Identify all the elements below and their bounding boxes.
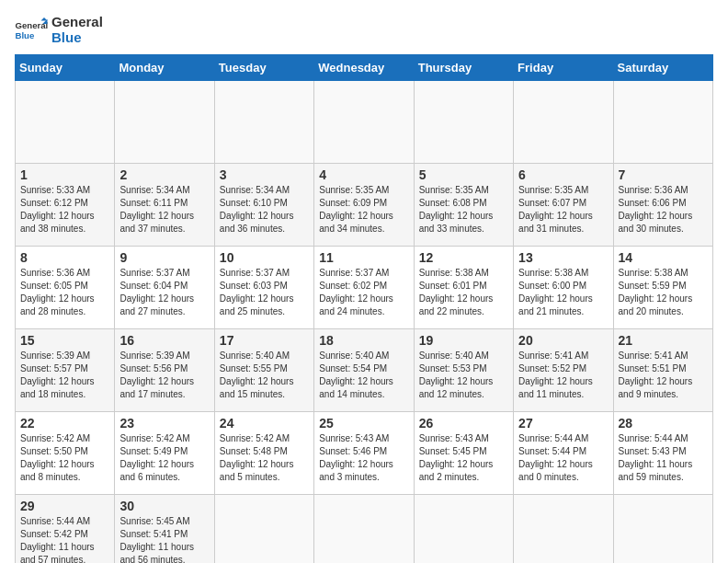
calendar-day-cell: 3 Sunrise: 5:34 AM Sunset: 6:10 PM Dayli… — [214, 164, 313, 247]
day-number: 15 — [20, 333, 109, 348]
calendar-day-cell: 18 Sunrise: 5:40 AM Sunset: 5:54 PM Dayl… — [314, 329, 414, 412]
weekday-header: Friday — [514, 55, 613, 81]
day-number: 17 — [220, 333, 309, 348]
day-info: Sunrise: 5:35 AM Sunset: 6:07 PM Dayligh… — [518, 184, 608, 236]
calendar-day-cell: 14 Sunrise: 5:38 AM Sunset: 5:59 PM Dayl… — [613, 247, 712, 329]
logo-icon: General Blue — [15, 17, 48, 43]
calendar-day-cell: 21 Sunrise: 5:41 AM Sunset: 5:51 PM Dayl… — [613, 329, 712, 412]
day-info: Sunrise: 5:39 AM Sunset: 5:56 PM Dayligh… — [119, 350, 209, 401]
day-info: Sunrise: 5:38 AM Sunset: 5:59 PM Dayligh… — [619, 267, 708, 318]
day-info: Sunrise: 5:34 AM Sunset: 6:11 PM Dayligh… — [119, 184, 209, 236]
day-info: Sunrise: 5:34 AM Sunset: 6:10 PM Dayligh… — [220, 184, 309, 236]
calendar-day-cell: 8 Sunrise: 5:36 AM Sunset: 6:05 PM Dayli… — [16, 247, 115, 329]
calendar-day-cell: 15 Sunrise: 5:39 AM Sunset: 5:57 PM Dayl… — [16, 329, 115, 412]
calendar-day-cell: 4 Sunrise: 5:35 AM Sunset: 6:09 PM Dayli… — [314, 164, 414, 247]
day-number: 1 — [20, 167, 109, 182]
day-info: Sunrise: 5:35 AM Sunset: 6:09 PM Dayligh… — [319, 184, 408, 236]
calendar-day-cell — [314, 81, 414, 164]
calendar-day-cell: 13 Sunrise: 5:38 AM Sunset: 6:00 PM Dayl… — [514, 247, 613, 329]
day-info: Sunrise: 5:42 AM Sunset: 5:50 PM Dayligh… — [20, 432, 109, 484]
calendar-day-cell: 16 Sunrise: 5:39 AM Sunset: 5:56 PM Dayl… — [115, 329, 214, 412]
day-number: 8 — [20, 250, 109, 265]
day-info: Sunrise: 5:37 AM Sunset: 6:04 PM Dayligh… — [119, 267, 209, 318]
day-number: 14 — [619, 250, 708, 265]
calendar-day-cell: 12 Sunrise: 5:38 AM Sunset: 6:01 PM Dayl… — [414, 247, 513, 329]
day-info: Sunrise: 5:37 AM Sunset: 6:02 PM Dayligh… — [319, 267, 408, 318]
day-number: 23 — [119, 416, 209, 431]
day-number: 4 — [319, 167, 408, 182]
day-info: Sunrise: 5:42 AM Sunset: 5:49 PM Dayligh… — [119, 432, 209, 484]
weekday-header: Saturday — [613, 55, 712, 81]
calendar-day-cell: 20 Sunrise: 5:41 AM Sunset: 5:52 PM Dayl… — [514, 329, 613, 412]
day-info: Sunrise: 5:42 AM Sunset: 5:48 PM Dayligh… — [220, 432, 309, 484]
day-info: Sunrise: 5:35 AM Sunset: 6:08 PM Dayligh… — [419, 184, 508, 236]
day-number: 25 — [319, 416, 408, 431]
calendar-week-row — [16, 81, 713, 164]
day-number: 29 — [20, 499, 109, 513]
day-number: 22 — [20, 416, 109, 431]
calendar-day-cell: 29 Sunrise: 5:44 AM Sunset: 5:42 PM Dayl… — [16, 495, 115, 564]
calendar-day-cell — [613, 495, 712, 564]
calendar-week-row: 29 Sunrise: 5:44 AM Sunset: 5:42 PM Dayl… — [16, 495, 713, 564]
day-number: 7 — [619, 167, 708, 182]
day-info: Sunrise: 5:41 AM Sunset: 5:51 PM Dayligh… — [619, 350, 708, 401]
calendar-week-row: 1 Sunrise: 5:33 AM Sunset: 6:12 PM Dayli… — [16, 164, 713, 247]
weekday-header: Sunday — [16, 55, 115, 81]
page-header: General Blue General Blue — [15, 15, 713, 45]
day-number: 16 — [119, 333, 209, 348]
calendar-day-cell — [115, 81, 214, 164]
day-number: 28 — [619, 416, 708, 431]
calendar-day-cell — [214, 81, 313, 164]
day-number: 13 — [518, 250, 608, 265]
calendar-week-row: 15 Sunrise: 5:39 AM Sunset: 5:57 PM Dayl… — [16, 329, 713, 412]
day-number: 20 — [518, 333, 608, 348]
day-number: 27 — [518, 416, 608, 431]
day-info: Sunrise: 5:40 AM Sunset: 5:53 PM Dayligh… — [419, 350, 508, 401]
day-number: 2 — [119, 167, 209, 182]
calendar-day-cell: 27 Sunrise: 5:44 AM Sunset: 5:44 PM Dayl… — [514, 412, 613, 495]
calendar-week-row: 8 Sunrise: 5:36 AM Sunset: 6:05 PM Dayli… — [16, 247, 713, 329]
weekday-header: Wednesday — [314, 55, 414, 81]
day-number: 6 — [518, 167, 608, 182]
day-number: 30 — [119, 499, 209, 513]
calendar-day-cell — [414, 81, 513, 164]
calendar-day-cell: 2 Sunrise: 5:34 AM Sunset: 6:11 PM Dayli… — [115, 164, 214, 247]
calendar-day-cell: 22 Sunrise: 5:42 AM Sunset: 5:50 PM Dayl… — [16, 412, 115, 495]
weekday-header: Tuesday — [214, 55, 313, 81]
calendar-day-cell — [514, 81, 613, 164]
day-number: 5 — [419, 167, 508, 182]
calendar-day-cell: 17 Sunrise: 5:40 AM Sunset: 5:55 PM Dayl… — [214, 329, 313, 412]
day-number: 18 — [319, 333, 408, 348]
day-number: 26 — [419, 416, 508, 431]
day-info: Sunrise: 5:36 AM Sunset: 6:06 PM Dayligh… — [619, 184, 708, 236]
day-number: 21 — [619, 333, 708, 348]
day-info: Sunrise: 5:39 AM Sunset: 5:57 PM Dayligh… — [20, 350, 109, 401]
day-number: 9 — [119, 250, 209, 265]
calendar-day-cell: 28 Sunrise: 5:44 AM Sunset: 5:43 PM Dayl… — [613, 412, 712, 495]
day-info: Sunrise: 5:43 AM Sunset: 5:46 PM Dayligh… — [319, 432, 408, 484]
calendar-day-cell — [16, 81, 115, 164]
header-row: SundayMondayTuesdayWednesdayThursdayFrid… — [16, 55, 713, 81]
calendar-day-cell: 10 Sunrise: 5:37 AM Sunset: 6:03 PM Dayl… — [214, 247, 313, 329]
calendar-day-cell — [414, 495, 513, 564]
calendar-day-cell — [314, 495, 414, 564]
day-info: Sunrise: 5:40 AM Sunset: 5:54 PM Dayligh… — [319, 350, 408, 401]
calendar-day-cell: 26 Sunrise: 5:43 AM Sunset: 5:45 PM Dayl… — [414, 412, 513, 495]
day-info: Sunrise: 5:33 AM Sunset: 6:12 PM Dayligh… — [20, 184, 109, 236]
calendar-day-cell: 1 Sunrise: 5:33 AM Sunset: 6:12 PM Dayli… — [16, 164, 115, 247]
day-info: Sunrise: 5:43 AM Sunset: 5:45 PM Dayligh… — [419, 432, 508, 484]
day-info: Sunrise: 5:44 AM Sunset: 5:44 PM Dayligh… — [518, 432, 608, 484]
day-info: Sunrise: 5:36 AM Sunset: 6:05 PM Dayligh… — [20, 267, 109, 318]
calendar-day-cell: 25 Sunrise: 5:43 AM Sunset: 5:46 PM Dayl… — [314, 412, 414, 495]
day-number: 12 — [419, 250, 508, 265]
svg-text:Blue: Blue — [16, 29, 35, 40]
calendar-day-cell: 5 Sunrise: 5:35 AM Sunset: 6:08 PM Dayli… — [414, 164, 513, 247]
day-info: Sunrise: 5:40 AM Sunset: 5:55 PM Dayligh… — [220, 350, 309, 401]
calendar-day-cell: 6 Sunrise: 5:35 AM Sunset: 6:07 PM Dayli… — [514, 164, 613, 247]
weekday-header: Thursday — [414, 55, 513, 81]
calendar-day-cell: 7 Sunrise: 5:36 AM Sunset: 6:06 PM Dayli… — [613, 164, 712, 247]
calendar-day-cell: 23 Sunrise: 5:42 AM Sunset: 5:49 PM Dayl… — [115, 412, 214, 495]
calendar-table: SundayMondayTuesdayWednesdayThursdayFrid… — [15, 54, 713, 563]
calendar-week-row: 22 Sunrise: 5:42 AM Sunset: 5:50 PM Dayl… — [16, 412, 713, 495]
weekday-header: Monday — [115, 55, 214, 81]
